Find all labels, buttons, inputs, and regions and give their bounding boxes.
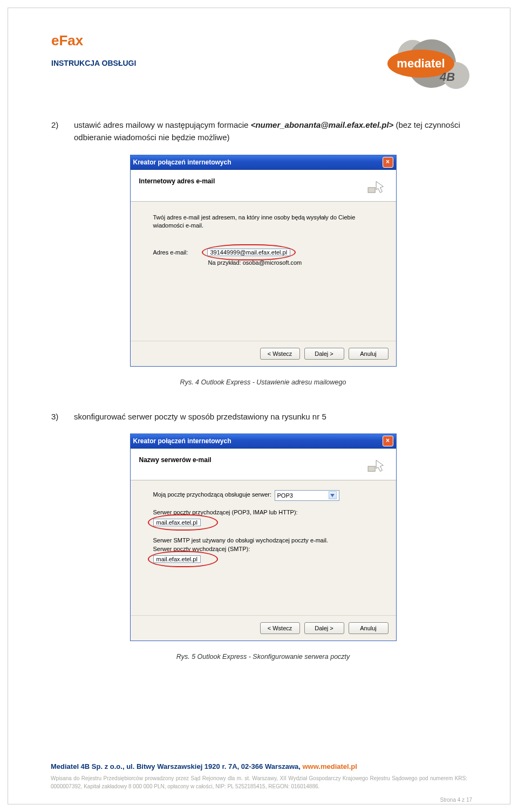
outgoing-server-input[interactable]: mail.efax.etel.pl <box>153 555 201 563</box>
footer-company-line: Mediatel 4B Sp. z o.o., ul. Bitwy Warsza… <box>51 762 467 770</box>
incoming-server-input[interactable]: mail.efax.etel.pl <box>153 519 201 526</box>
page-number: Strona 4 z 17 <box>440 797 472 803</box>
page-footer: Mediatel 4B Sp. z o.o., ul. Bitwy Warsza… <box>8 762 510 790</box>
page-frame <box>8 8 510 804</box>
footer-legal: Wpisana do Rejestru Przedsiębiorców prow… <box>51 775 467 790</box>
footer-address: Mediatel 4B Sp. z o.o., ul. Bitwy Warsza… <box>51 762 303 770</box>
email-input[interactable]: 391449999@mail.efax.etel.pl <box>207 249 291 256</box>
footer-link[interactable]: www.mediatel.pl <box>303 762 357 770</box>
